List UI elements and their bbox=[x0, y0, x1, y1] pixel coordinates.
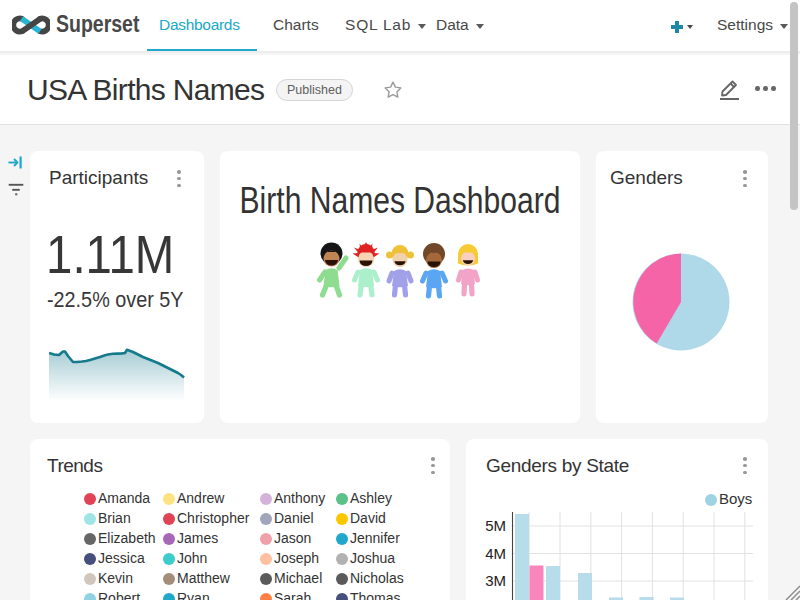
svg-text:4M: 4M bbox=[485, 545, 506, 562]
svg-text:5M: 5M bbox=[485, 517, 506, 534]
svg-text:3M: 3M bbox=[485, 572, 506, 589]
